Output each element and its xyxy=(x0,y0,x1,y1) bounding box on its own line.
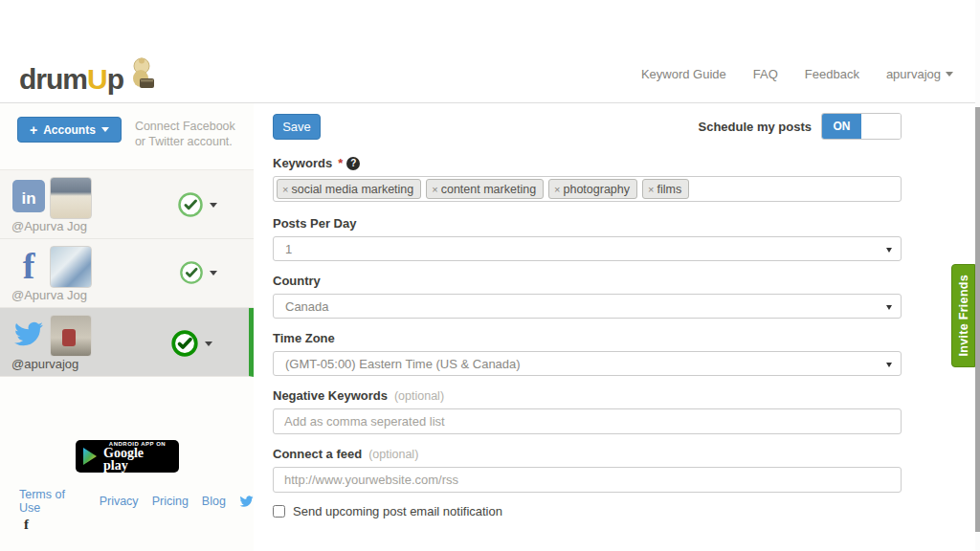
optional-hint: (optional) xyxy=(368,448,418,461)
logo-text: drumUp xyxy=(19,63,123,96)
timezone-select[interactable]: (GMT-05:00) Eastern Time (US & Canada) xyxy=(273,351,902,376)
invite-friends-button[interactable]: Invite Friends xyxy=(951,264,975,367)
user-menu-label: apurvajog xyxy=(886,67,941,81)
link-blog[interactable]: Blog xyxy=(202,495,226,508)
chevron-down-icon xyxy=(210,203,217,208)
facebook-icon[interactable]: f xyxy=(0,517,24,533)
check-circle-icon xyxy=(179,260,204,285)
chevron-down-icon xyxy=(886,248,892,253)
link-pricing[interactable]: Pricing xyxy=(152,495,189,508)
chevron-down-icon xyxy=(886,305,892,310)
remove-tag-icon[interactable]: × xyxy=(554,184,560,195)
timezone-label: Time Zone xyxy=(273,331,335,345)
avatar xyxy=(50,177,92,219)
help-icon[interactable]: ? xyxy=(346,157,360,170)
plus-icon: + xyxy=(30,122,37,138)
account-status-dropdown[interactable] xyxy=(179,260,217,285)
posts-per-day-label: Posts Per Day xyxy=(273,216,356,231)
sidebar-footer: Terms of Use Privacy Pricing Blog f xyxy=(0,488,254,533)
schedule-toggle[interactable]: ON xyxy=(821,113,902,140)
posts-per-day-group: Posts Per Day 1 xyxy=(273,215,902,261)
connect-feed-input[interactable] xyxy=(273,467,902,493)
check-circle-icon xyxy=(170,329,199,358)
save-button[interactable]: Save xyxy=(273,114,321,140)
nav-feedback[interactable]: Feedback xyxy=(805,67,859,81)
keyword-tag[interactable]: ×content marketing xyxy=(426,179,544,199)
svg-text:f: f xyxy=(23,248,36,284)
chevron-down-icon xyxy=(886,363,892,367)
schedule-posts-label: Schedule my posts xyxy=(699,120,812,134)
chevron-down-icon xyxy=(101,127,109,132)
add-accounts-button[interactable]: + Accounts xyxy=(17,117,122,143)
user-menu[interactable]: apurvajog xyxy=(886,67,953,81)
accounts-sidebar: + Accounts Connect Facebook or Twitter a… xyxy=(0,103,254,551)
twitter-icon[interactable] xyxy=(239,495,254,508)
optional-hint: (optional) xyxy=(394,389,444,403)
toggle-on-segment: ON xyxy=(822,114,861,139)
chevron-down-icon xyxy=(946,72,953,77)
chevron-down-icon xyxy=(205,342,212,346)
settings-form: Save Schedule my posts ON Keywords * ? ×… xyxy=(273,113,902,518)
invite-friends-label: Invite Friends xyxy=(957,275,970,356)
timezone-group: Time Zone (GMT-05:00) Eastern Time (US &… xyxy=(273,330,902,376)
keywords-label: Keywords xyxy=(273,156,332,170)
accounts-button-label: Accounts xyxy=(43,123,96,137)
email-notification-label: Send upcoming post email notification xyxy=(293,504,502,518)
remove-tag-icon[interactable]: × xyxy=(432,184,437,195)
link-privacy[interactable]: Privacy xyxy=(100,495,139,508)
svg-text:in: in xyxy=(21,189,35,208)
header: drumUp Keyword Guide FAQ Feedback apurva… xyxy=(0,48,980,103)
required-asterisk: * xyxy=(338,156,343,170)
keywords-tag-input[interactable]: ×social media marketing ×content marketi… xyxy=(273,176,902,202)
connect-feed-group: Connect a feed (optional) xyxy=(273,446,902,493)
drummer-mascot-icon xyxy=(127,57,156,94)
keyword-tag[interactable]: ×photography xyxy=(548,179,637,199)
account-handle: @Apurva Jog xyxy=(11,219,87,233)
negative-keywords-label: Negative Keywords xyxy=(273,388,388,403)
posts-per-day-select[interactable]: 1 xyxy=(273,236,902,261)
linkedin-icon: in xyxy=(11,179,46,217)
account-handle: @Apurva Jog xyxy=(11,288,87,302)
remove-tag-icon[interactable]: × xyxy=(648,184,654,195)
facebook-icon: f xyxy=(15,248,42,288)
negative-keywords-group: Negative Keywords (optional) xyxy=(273,387,902,434)
account-row-twitter[interactable]: @apurvajog xyxy=(0,308,254,377)
connect-account-hint: Connect Facebook or Twitter account. xyxy=(135,117,245,169)
account-row-facebook[interactable]: f @Apurva Jog xyxy=(0,239,254,308)
keyword-tag[interactable]: ×social media marketing xyxy=(277,179,421,199)
play-badge-text: ANDROID APP ON Google play xyxy=(103,441,171,472)
link-terms-of-use[interactable]: Terms of Use xyxy=(19,488,86,515)
country-group: Country Canada xyxy=(273,273,902,319)
remove-tag-icon[interactable]: × xyxy=(282,184,288,195)
top-navigation: Keyword Guide FAQ Feedback apurvajog xyxy=(641,67,953,81)
avatar xyxy=(50,246,92,288)
account-handle: @apurvajog xyxy=(11,357,78,371)
drumup-logo[interactable]: drumUp xyxy=(19,57,156,96)
twitter-icon xyxy=(11,320,46,352)
account-status-dropdown[interactable] xyxy=(170,329,212,358)
country-select[interactable]: Canada xyxy=(273,294,902,319)
account-status-dropdown[interactable] xyxy=(177,191,217,218)
toggle-off-segment xyxy=(861,114,901,139)
email-notification-row: Send upcoming post email notification xyxy=(273,504,902,518)
country-label: Country xyxy=(273,274,321,288)
nav-keyword-guide[interactable]: Keyword Guide xyxy=(641,67,726,81)
nav-faq[interactable]: FAQ xyxy=(753,67,778,81)
scrollbar-thumb[interactable] xyxy=(975,107,980,532)
connect-feed-label: Connect a feed xyxy=(273,447,362,461)
avatar xyxy=(50,315,92,357)
vertical-scrollbar[interactable] xyxy=(975,0,980,551)
account-row-linkedin[interactable]: in @Apurva Jog xyxy=(0,170,254,239)
play-triangle-icon xyxy=(81,447,99,466)
email-notification-checkbox[interactable] xyxy=(273,505,285,518)
sidebar-top: + Accounts Connect Facebook or Twitter a… xyxy=(0,103,254,170)
keyword-tag[interactable]: ×films xyxy=(642,179,689,199)
chevron-down-icon xyxy=(210,271,217,276)
google-play-badge[interactable]: ANDROID APP ON Google play xyxy=(76,440,179,473)
negative-keywords-input[interactable] xyxy=(273,408,902,434)
check-circle-icon xyxy=(177,191,204,218)
keywords-group: Keywords * ? ×social media marketing ×co… xyxy=(273,155,902,202)
